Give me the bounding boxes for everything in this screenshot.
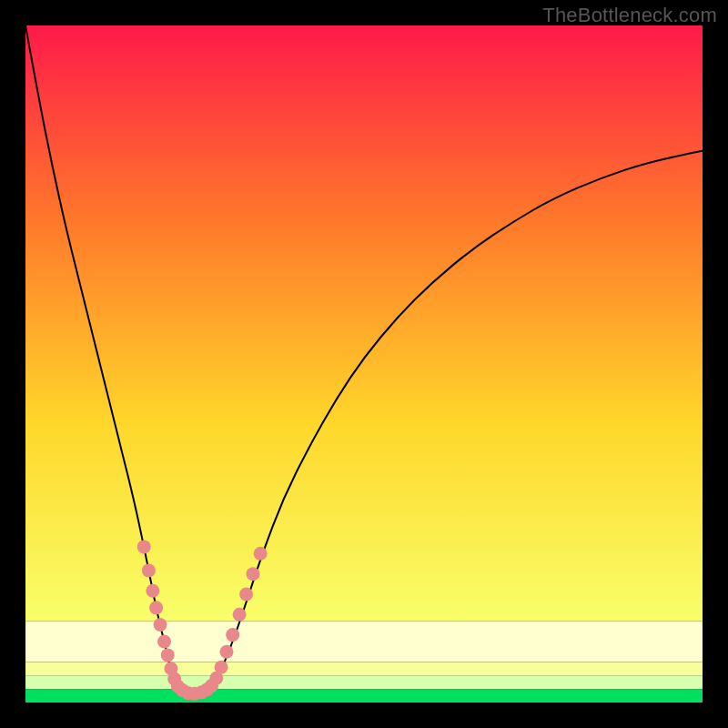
- marker-dot: [215, 661, 228, 674]
- plot-area: [25, 25, 703, 703]
- svg-rect-1: [25, 622, 703, 662]
- marker-dot: [154, 618, 167, 632]
- marker-dot: [226, 628, 239, 642]
- svg-rect-3: [25, 675, 703, 689]
- svg-rect-0: [25, 25, 703, 622]
- marker-dot: [157, 635, 171, 649]
- background-bands: [25, 622, 703, 703]
- marker-dot: [146, 584, 159, 598]
- marker-dot: [239, 587, 253, 601]
- svg-rect-2: [25, 662, 703, 675]
- svg-rect-4: [25, 689, 703, 703]
- watermark-text: TheBottleneck.com: [542, 4, 717, 27]
- marker-dot: [254, 547, 268, 561]
- background-gradient: [25, 25, 703, 622]
- marker-dot: [149, 601, 163, 614]
- chart-frame: TheBottleneck.com: [0, 0, 728, 728]
- marker-dot: [137, 540, 151, 553]
- marker-dot: [142, 563, 156, 577]
- chart-svg: [25, 25, 703, 703]
- marker-dot: [161, 648, 175, 662]
- marker-dot: [246, 567, 259, 581]
- marker-dot: [219, 645, 233, 659]
- marker-dot: [233, 608, 247, 622]
